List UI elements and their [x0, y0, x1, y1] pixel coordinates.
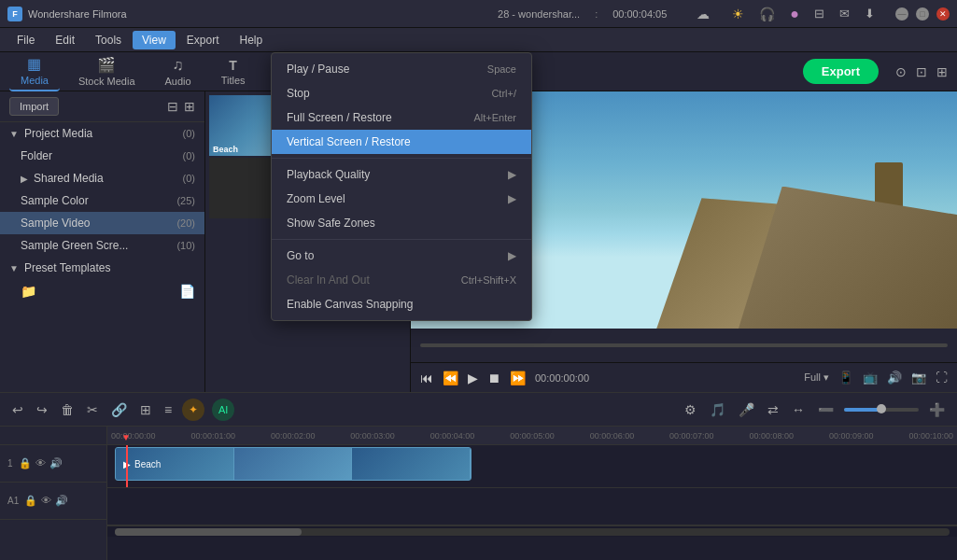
menu-safe-zones[interactable]: Show Safe Zones: [272, 211, 531, 235]
sun-icon[interactable]: ☀: [728, 7, 748, 21]
menu-export[interactable]: Export: [177, 31, 229, 49]
magic-btn[interactable]: ✦: [182, 399, 204, 421]
phone-preview-icon[interactable]: 📱: [838, 371, 853, 385]
audio-number: A1: [7, 496, 19, 506]
record-btn[interactable]: 🎤: [736, 402, 757, 417]
menu-tools[interactable]: Tools: [86, 31, 131, 49]
account-icon[interactable]: ●: [786, 6, 803, 22]
cut-btn[interactable]: ✂: [84, 402, 101, 417]
menu-file[interactable]: File: [7, 31, 44, 49]
extend-btn[interactable]: ↔: [789, 402, 808, 417]
add-item-icon[interactable]: 📄: [179, 284, 195, 299]
menu-help[interactable]: Help: [231, 31, 273, 49]
tab-media[interactable]: ▦ Media: [9, 51, 60, 91]
safe-zones-label: Show Safe Zones: [287, 217, 375, 230]
minimize-button[interactable]: —: [895, 7, 908, 21]
stock-icon: 🎬: [97, 56, 116, 74]
beach-clip[interactable]: ▶ Beach: [115, 447, 471, 481]
step-back-btn[interactable]: ⏪: [443, 371, 458, 385]
menu-view[interactable]: View: [133, 31, 176, 49]
prev-frame-btn[interactable]: ⏮: [420, 371, 433, 385]
music-btn[interactable]: 🎵: [707, 402, 728, 417]
bookmark-icon[interactable]: ⊟: [810, 7, 828, 21]
settings-btn[interactable]: ⚙: [682, 402, 699, 417]
tree-folder[interactable]: Folder (0): [0, 145, 204, 167]
menu-playback-quality[interactable]: Playback Quality ▶: [272, 162, 531, 187]
toolbar-icon-2[interactable]: ⊡: [916, 64, 927, 79]
maximize-button[interactable]: □: [916, 7, 929, 21]
audio-eye-icon[interactable]: 👁: [41, 495, 51, 507]
snapshot-icon[interactable]: 📷: [911, 371, 926, 385]
view-dropdown-menu: Play / Pause Space Stop Ctrl+/ Full Scre…: [271, 52, 532, 321]
tree-project-media[interactable]: ▼Project Media (0): [0, 122, 204, 145]
audio-vol-icon[interactable]: 🔊: [55, 495, 68, 507]
menu-goto[interactable]: Go to ▶: [272, 244, 531, 268]
menu-zoom-level[interactable]: Zoom Level ▶: [272, 187, 531, 211]
split-btn[interactable]: ⊞: [137, 402, 154, 417]
tab-audio[interactable]: ♫ Audio: [154, 53, 203, 91]
zoom-in-btn[interactable]: ➕: [926, 402, 948, 417]
toolbar-icon-3[interactable]: ⊞: [936, 64, 948, 79]
redo-btn[interactable]: ↪: [34, 402, 50, 417]
toolbar-icon-1[interactable]: ⊙: [895, 64, 907, 79]
mail-icon[interactable]: ✉: [836, 7, 853, 21]
tree-sample-color[interactable]: Sample Color (25): [0, 189, 204, 212]
play-btn[interactable]: ▶: [468, 371, 478, 385]
tree-shared-media[interactable]: ▶Shared Media (0): [0, 167, 204, 189]
zoom-arrow-icon: ▶: [508, 192, 516, 205]
quality-dropdown[interactable]: Full ▾: [804, 371, 829, 384]
delete-btn[interactable]: 🗑: [58, 402, 77, 417]
tab-stock-label: Stock Media: [78, 76, 135, 87]
step-forward-btn[interactable]: ⏩: [510, 371, 526, 385]
clear-inout-label: Clear In And Out: [287, 273, 370, 287]
media-icon: ▦: [27, 55, 41, 73]
zoom-out-btn[interactable]: ➖: [815, 402, 837, 417]
new-folder-icon[interactable]: 📁: [21, 284, 36, 299]
grid-view-icon[interactable]: ⊞: [184, 99, 195, 114]
canvas-snapping-label: Enable Canvas Snapping: [287, 298, 413, 311]
more-btn[interactable]: ≡: [162, 402, 175, 417]
tree-sample-video[interactable]: Sample Video (20): [0, 212, 204, 234]
fullscreen-icon[interactable]: ⛶: [936, 371, 948, 385]
menu-edit[interactable]: Edit: [46, 31, 84, 49]
stop-btn[interactable]: ⏹: [487, 371, 500, 385]
audio-lock-icon[interactable]: 🔒: [24, 495, 37, 507]
ai-btn[interactable]: AI: [212, 399, 234, 421]
undo-btn[interactable]: ↩: [9, 402, 26, 417]
tree-preset-actions: 📁 📄: [0, 279, 204, 303]
audio-track-icon[interactable]: 🔊: [49, 457, 63, 469]
tab-stock-media[interactable]: 🎬 Stock Media: [67, 52, 147, 91]
lock-icon[interactable]: 🔒: [19, 457, 32, 469]
download-icon[interactable]: ⬇: [861, 7, 879, 21]
tree-preset-templates[interactable]: ▼Preset Templates: [0, 257, 204, 279]
link-btn[interactable]: 🔗: [108, 402, 130, 417]
panel-icons: ⊟ ⊞: [167, 99, 195, 114]
menu-fullscreen[interactable]: Full Screen / Restore Alt+Enter: [272, 105, 531, 130]
tree-sample-green[interactable]: Sample Green Scre... (10): [0, 234, 204, 257]
tab-titles[interactable]: T Titles: [210, 54, 257, 90]
tab-audio-label: Audio: [165, 76, 191, 87]
menu-play-pause[interactable]: Play / Pause Space: [272, 57, 531, 81]
menu-stop[interactable]: Stop Ctrl+/: [272, 81, 531, 105]
zoom-slider[interactable]: [844, 408, 919, 412]
title-bar: F Wondershare Filmora 28 - wondershar...…: [0, 0, 957, 28]
sample-green-count: (10): [176, 240, 195, 251]
toolbar-right-icons: ⊙ ⊡ ⊞: [895, 64, 948, 79]
swap-btn[interactable]: ⇄: [765, 402, 781, 417]
menu-vertical-screen[interactable]: Vertical Screen / Restore: [272, 130, 531, 154]
export-button[interactable]: Export: [803, 59, 879, 84]
playhead[interactable]: [126, 445, 128, 487]
import-button[interactable]: Import: [9, 97, 59, 116]
preview-timeline[interactable]: [420, 343, 948, 347]
menu-canvas-snapping[interactable]: Enable Canvas Snapping: [272, 292, 531, 316]
headphone-icon[interactable]: 🎧: [755, 7, 779, 21]
volume-icon[interactable]: 🔊: [887, 371, 902, 385]
cloud-icon[interactable]: ☁: [693, 7, 713, 21]
filter-icon[interactable]: ⊟: [167, 99, 178, 114]
tv-preview-icon[interactable]: 📺: [863, 371, 878, 385]
timeline-scrollbar[interactable]: [107, 525, 957, 537]
timeline-ruler: 00:00:00:00 00:00:01:00 00:00:02:00 00:0…: [107, 427, 957, 445]
eye-icon[interactable]: 👁: [35, 457, 46, 469]
shared-arrow: ▶: [21, 174, 28, 184]
close-button[interactable]: ✕: [936, 7, 950, 21]
